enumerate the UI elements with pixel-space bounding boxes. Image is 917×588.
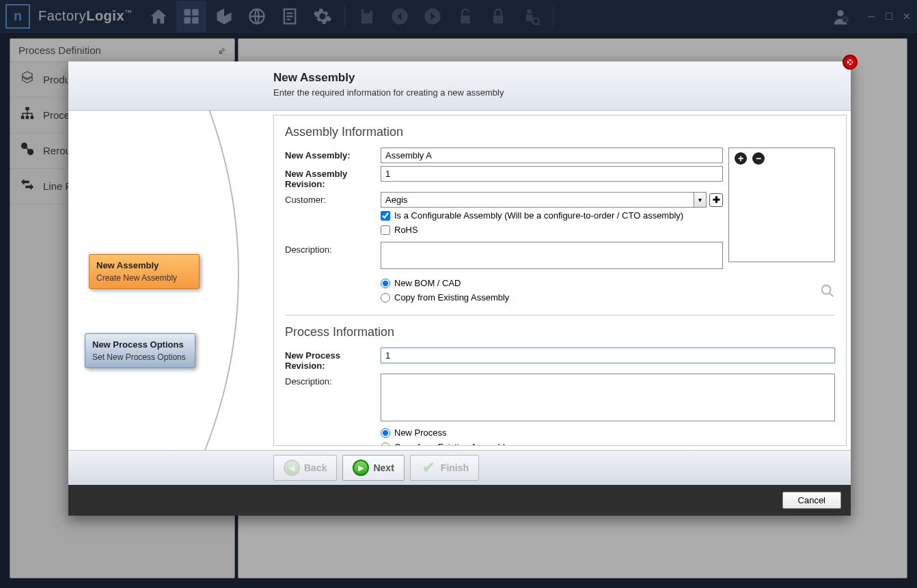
wizard-steps-pane: New Assembly Create New Assembly New Pro… <box>68 111 273 450</box>
process-description-input[interactable] <box>381 374 835 421</box>
wizard-buttons-bar: ◄ Back ► Next ✔ Finish <box>68 450 851 485</box>
panel-title: Process Definition <box>18 44 101 56</box>
associated-items-box: + − <box>728 148 835 262</box>
svg-rect-13 <box>26 116 29 120</box>
reroute-icon <box>18 141 36 160</box>
app-toolbar: n FactoryLogix™ ─ ☐ ✕ <box>0 0 917 33</box>
next-icon[interactable] <box>418 1 448 32</box>
svg-rect-7 <box>526 14 532 20</box>
customer-label: Customer: <box>285 192 381 205</box>
add-item-icon[interactable]: + <box>735 152 747 165</box>
maximize-button-icon[interactable]: ☐ <box>884 12 894 21</box>
dialog-subtitle: Enter the required information for creat… <box>273 87 838 98</box>
svg-point-6 <box>527 9 532 14</box>
new-process-revision-input[interactable] <box>381 348 835 363</box>
new-process-revision-label: New Process Revision: <box>285 348 381 371</box>
customer-select[interactable]: ▾ <box>381 192 707 208</box>
package-tool-icon[interactable] <box>209 1 239 32</box>
step-title: New Assembly <box>96 260 192 270</box>
home-icon[interactable] <box>143 1 174 32</box>
svg-point-9 <box>837 10 843 16</box>
svg-rect-11 <box>25 107 29 111</box>
process-description-label: Description: <box>285 374 381 387</box>
new-assembly-revision-input[interactable] <box>381 166 723 182</box>
unlock-icon[interactable] <box>450 1 480 32</box>
search-unit-icon[interactable] <box>516 1 546 32</box>
dialog-header: ✕ New Assembly Enter the required inform… <box>68 61 851 111</box>
next-button[interactable]: ► Next <box>342 455 404 481</box>
panel-header: Process Definition ⇙ <box>10 39 234 62</box>
process-info-heading: Process Information <box>285 325 835 339</box>
cube-icon <box>18 70 36 89</box>
rohs-checkbox[interactable] <box>381 225 390 235</box>
window-controls: ─ ☐ ✕ <box>866 12 912 21</box>
wizard-step-new-assembly[interactable]: New Assembly Create New Assembly <box>89 254 200 289</box>
new-bom-label: New BOM / CAD <box>394 278 461 288</box>
svg-rect-12 <box>21 116 25 120</box>
swap-icon <box>18 177 36 195</box>
copy-existing-process-label: Copy from Existing Assembly <box>394 442 509 446</box>
step-subtitle: Create New Assembly <box>96 273 192 283</box>
dialog-title: New Assembly <box>273 71 838 85</box>
svg-rect-5 <box>493 15 503 23</box>
globe-tool-icon[interactable] <box>242 1 272 32</box>
search-icon[interactable] <box>820 283 835 302</box>
is-configurable-checkbox[interactable] <box>381 211 390 221</box>
new-assembly-input[interactable] <box>381 148 723 163</box>
svg-point-17 <box>822 285 831 294</box>
previous-icon[interactable] <box>385 1 415 32</box>
new-assembly-revision-label: New Assembly Revision: <box>285 166 381 189</box>
dialog-close-icon[interactable]: ✕ <box>843 55 858 70</box>
save-icon[interactable] <box>352 1 382 32</box>
add-customer-icon[interactable]: ✚ <box>709 193 723 207</box>
description-label: Description: <box>285 242 381 255</box>
app-logo-icon: n <box>5 4 30 29</box>
new-assembly-label: New Assembly: <box>285 148 381 160</box>
assembly-info-heading: Assembly Information <box>285 125 835 139</box>
cancel-button[interactable]: Cancel <box>782 492 841 509</box>
finish-button[interactable]: ✔ Finish <box>410 455 479 481</box>
remove-item-icon[interactable]: − <box>752 152 765 165</box>
is-configurable-label: Is a Configurable Assembly (Will be a co… <box>394 210 683 221</box>
copy-existing-label: Copy from Existing Assembly <box>394 292 509 303</box>
pin-icon[interactable]: ⇙ <box>218 45 226 56</box>
hierarchy-icon <box>18 106 36 124</box>
close-button-icon[interactable]: ✕ <box>902 12 912 21</box>
wizard-step-new-process-options[interactable]: New Process Options Set New Process Opti… <box>85 333 195 368</box>
arrow-right-icon: ► <box>353 460 369 476</box>
gear-icon[interactable] <box>307 1 338 32</box>
svg-rect-4 <box>461 15 470 23</box>
step-subtitle: Set New Process Options <box>92 352 188 362</box>
app-brand: FactoryLogix™ <box>38 8 133 24</box>
copy-existing-assembly-radio[interactable] <box>381 293 390 303</box>
copy-existing-process-radio[interactable] <box>381 443 390 447</box>
new-process-label: New Process <box>394 428 447 438</box>
step-title: New Process Options <box>92 339 188 350</box>
svg-point-8 <box>532 18 538 24</box>
new-process-radio[interactable] <box>381 428 390 438</box>
checkmark-icon: ✔ <box>420 460 437 476</box>
rohs-label: RoHS <box>394 225 418 235</box>
document-tool-icon[interactable] <box>275 1 305 32</box>
grid-tool-icon[interactable] <box>176 1 206 32</box>
minimize-button-icon[interactable]: ─ <box>866 12 876 21</box>
assembly-description-input[interactable] <box>381 242 723 269</box>
new-bom-radio[interactable] <box>381 279 390 288</box>
dialog-form: Assembly Information New Assembly: New A… <box>273 115 847 446</box>
chevron-down-icon[interactable]: ▾ <box>694 193 706 207</box>
customer-value[interactable] <box>381 193 694 207</box>
user-icon[interactable] <box>825 1 856 32</box>
arrow-left-icon: ◄ <box>284 460 300 476</box>
lock-icon[interactable] <box>483 1 513 32</box>
back-button[interactable]: ◄ Back <box>273 455 337 481</box>
new-assembly-dialog: ✕ New Assembly Enter the required inform… <box>68 61 851 516</box>
dialog-footer: Cancel <box>68 485 851 516</box>
svg-rect-14 <box>31 116 34 120</box>
